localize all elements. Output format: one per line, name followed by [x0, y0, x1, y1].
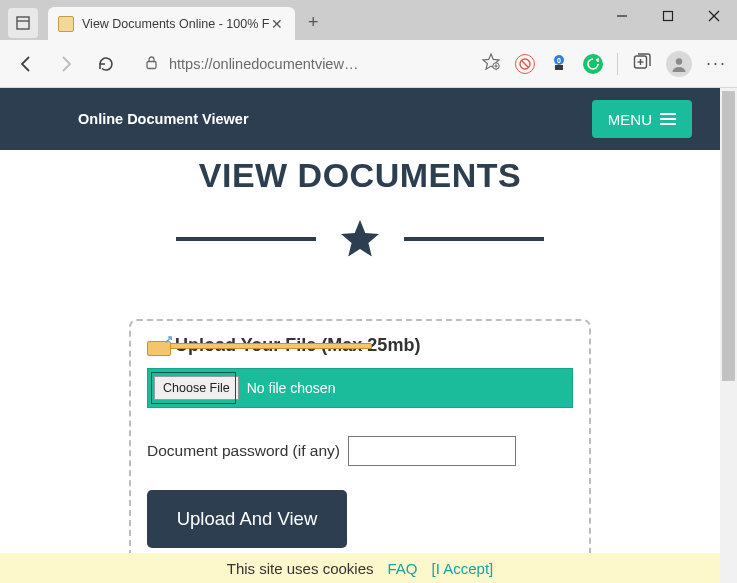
svg-line-11	[522, 60, 528, 66]
file-input-row[interactable]: Choose File No file chosen	[147, 368, 573, 408]
site-brand[interactable]: Online Document Viewer	[78, 111, 249, 127]
tab-title: View Documents Online - 100% F	[82, 17, 269, 31]
svg-text:0: 0	[557, 56, 561, 63]
cookie-faq-link[interactable]: FAQ	[388, 560, 418, 577]
extension-icon[interactable]: 0	[549, 54, 569, 74]
hamburger-icon	[660, 113, 676, 125]
reload-button[interactable]	[90, 48, 122, 80]
cookie-accept-link[interactable]: [I Accept]	[432, 560, 494, 577]
password-label: Document password (if any)	[147, 442, 340, 460]
divider-line	[404, 237, 544, 241]
upload-heading-row: ↗ Upload Your File (Max 25mb)	[147, 335, 573, 356]
password-input[interactable]	[348, 436, 516, 466]
page-viewport: Online Document Viewer MENU VIEW DOCUMEN…	[0, 88, 737, 583]
site-header: Online Document Viewer MENU	[0, 88, 720, 150]
divider-line	[176, 237, 316, 241]
folder-icon: ↗	[147, 336, 171, 356]
window-maximize-button[interactable]	[645, 0, 691, 32]
svg-rect-0	[17, 17, 29, 29]
cookie-text: This site uses cookies	[227, 560, 374, 577]
upload-and-view-button[interactable]: Upload And View	[147, 490, 347, 548]
scrollbar-thumb[interactable]	[722, 91, 735, 381]
window-minimize-button[interactable]	[599, 0, 645, 32]
tab-actions-icon[interactable]	[8, 8, 38, 38]
file-status-text: No file chosen	[247, 380, 336, 396]
upload-card: ↗ Upload Your File (Max 25mb) Choose Fil…	[129, 319, 591, 570]
separator	[617, 53, 618, 75]
extension-icon[interactable]	[583, 54, 603, 74]
menu-button[interactable]: MENU	[592, 100, 692, 138]
title-divider	[0, 217, 720, 261]
svg-rect-6	[147, 61, 156, 68]
forward-button[interactable]	[50, 48, 82, 80]
browser-tab[interactable]: View Documents Online - 100% F ✕	[48, 7, 295, 40]
profile-avatar[interactable]	[666, 51, 692, 77]
menu-label: MENU	[608, 111, 652, 128]
tab-close-button[interactable]: ✕	[269, 16, 285, 32]
password-row: Document password (if any)	[147, 436, 573, 466]
favorite-icon[interactable]	[481, 52, 501, 76]
address-bar[interactable]: https://onlinedocumentview…	[144, 55, 364, 73]
page-content: Online Document Viewer MENU VIEW DOCUMEN…	[0, 88, 720, 583]
window-titlebar: View Documents Online - 100% F ✕ +	[0, 0, 737, 40]
more-menu-button[interactable]: ···	[706, 53, 727, 74]
tab-strip: View Documents Online - 100% F ✕ +	[0, 0, 329, 40]
back-button[interactable]	[10, 48, 42, 80]
lock-icon	[144, 55, 159, 73]
browser-toolbar: https://onlinedocumentview… 0 ···	[0, 40, 737, 88]
new-tab-button[interactable]: +	[297, 7, 329, 39]
url-text: https://onlinedocumentview…	[169, 56, 358, 72]
favicon-icon	[58, 16, 74, 32]
window-controls	[599, 0, 737, 32]
scrollbar-track[interactable]	[720, 88, 737, 583]
svg-point-18	[676, 58, 682, 64]
choose-file-button[interactable]: Choose File	[154, 376, 239, 400]
star-icon	[338, 217, 382, 261]
extension-icon[interactable]	[515, 54, 535, 74]
collections-icon[interactable]	[632, 52, 652, 76]
svg-rect-14	[555, 65, 563, 70]
svg-rect-3	[664, 12, 673, 21]
page-title: VIEW DOCUMENTS	[0, 156, 720, 195]
cookie-banner: This site uses cookies FAQ [I Accept]	[0, 553, 720, 583]
window-close-button[interactable]	[691, 0, 737, 32]
